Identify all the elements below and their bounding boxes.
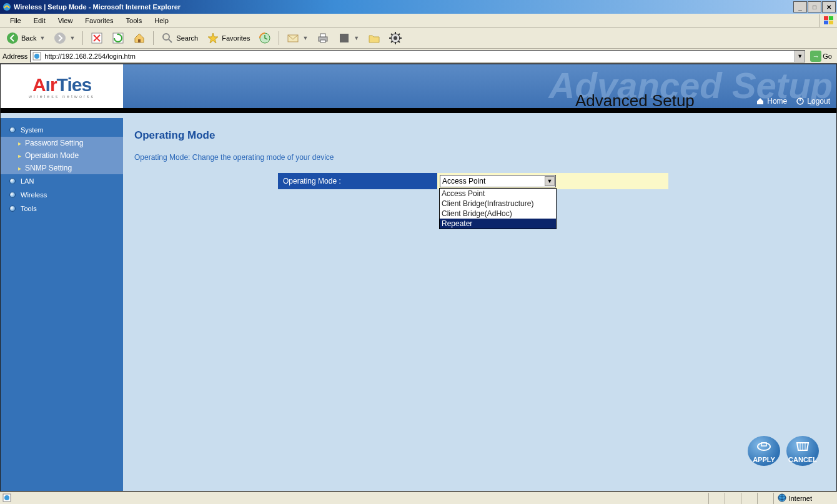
gear-icon	[389, 32, 402, 44]
option-access-point[interactable]: Access Point	[440, 189, 556, 199]
svg-rect-15	[320, 34, 325, 37]
svg-rect-33	[761, 443, 766, 446]
banner-right: Advanced Setup Home Logout	[123, 64, 836, 108]
toolbar-separator	[279, 31, 279, 45]
svg-point-0	[3, 3, 11, 11]
status-cell	[725, 493, 741, 504]
svg-line-11	[169, 39, 172, 42]
window-title: Wireless | Setup Mode - Microsoft Intern…	[14, 3, 181, 11]
sidebar-label-tools: Tools	[21, 205, 37, 212]
menu-file[interactable]: File	[4, 16, 27, 26]
logout-link[interactable]: Logout	[796, 97, 830, 106]
menu-favorites[interactable]: Favorites	[79, 16, 119, 26]
chevron-down-icon: ▼	[302, 35, 308, 41]
address-input[interactable]	[42, 52, 795, 60]
status-left	[0, 493, 11, 503]
logo: AırTies wireless networks	[1, 64, 123, 108]
sidebar-item-lan[interactable]: LAN	[1, 174, 123, 188]
cancel-button[interactable]: CANCEL	[786, 436, 819, 466]
page-title: Operating Mode	[134, 129, 825, 142]
bullet-icon	[9, 205, 16, 212]
folder-icon	[368, 32, 380, 44]
chevron-down-icon: ▼	[545, 176, 555, 186]
apply-label: APPLY	[753, 456, 775, 463]
menubar: File Edit View Favorites Tools Help	[0, 14, 837, 27]
home-button[interactable]	[131, 31, 148, 46]
sidebar-label-system: System	[21, 126, 44, 134]
statusbar: Internet	[0, 492, 837, 504]
operating-mode-select[interactable]: Access Point ▼	[440, 175, 556, 187]
bullet-icon	[9, 178, 16, 184]
chevron-down-icon: ▼	[39, 35, 45, 41]
svg-rect-1	[824, 16, 828, 20]
home-link-label: Home	[767, 97, 787, 106]
logout-link-label: Logout	[807, 97, 830, 106]
sidebar-item-wireless[interactable]: Wireless	[1, 188, 123, 202]
stop-button[interactable]	[88, 31, 106, 46]
close-window-button[interactable]: ✕	[822, 1, 836, 12]
page-banner: AırTies wireless networks Advanced Setup…	[1, 64, 836, 113]
minimize-button[interactable]: _	[793, 1, 807, 12]
maximize-button[interactable]: □	[808, 1, 821, 12]
page-icon	[2, 493, 11, 503]
option-client-bridge-infra[interactable]: Client Bridge(Infrastructure)	[440, 199, 556, 209]
arrow-icon: ▸	[18, 152, 21, 159]
go-button[interactable]: → Go	[808, 51, 835, 62]
mail-button[interactable]: ▼	[284, 31, 310, 46]
search-icon	[161, 32, 174, 44]
sidebar-item-snmp-setting[interactable]: ▸ SNMP Setting	[1, 162, 123, 174]
back-button[interactable]: Back ▼	[4, 31, 47, 46]
back-label: Back	[21, 34, 36, 42]
discuss-button[interactable]	[365, 31, 383, 46]
status-cell	[708, 493, 725, 504]
sidebar-item-tools[interactable]: Tools	[1, 202, 123, 215]
go-label: Go	[823, 52, 832, 60]
address-dropdown-button[interactable]: ▼	[795, 51, 805, 62]
arrow-icon: ▸	[18, 140, 21, 147]
sidebar-label-lan: LAN	[21, 177, 34, 185]
status-panes: Internet	[708, 493, 837, 504]
svg-point-10	[163, 34, 169, 40]
option-client-bridge-adhoc[interactable]: Client Bridge(AdHoc)	[440, 209, 556, 219]
menu-edit[interactable]: Edit	[27, 16, 52, 26]
refresh-button[interactable]	[109, 31, 127, 46]
menu-tools[interactable]: Tools	[120, 16, 149, 26]
history-button[interactable]	[256, 31, 274, 46]
status-cell	[757, 493, 773, 504]
option-repeater[interactable]: Repeater	[440, 219, 556, 229]
sidebar-submenu-system: ▸ Password Setting ▸ Operation Mode ▸ SN…	[1, 137, 123, 174]
print-button[interactable]	[314, 31, 332, 46]
form-row-operating-mode: Operating Mode : Access Point ▼ Access P…	[278, 173, 668, 189]
home-link[interactable]: Home	[756, 97, 787, 106]
apply-button[interactable]: APPLY	[748, 436, 780, 466]
svg-line-25	[399, 41, 400, 42]
forward-button[interactable]: ▼	[51, 31, 77, 46]
toolbar: Back ▼ ▼ Search Favorites ▼ ▼	[0, 27, 837, 49]
page-description: Operating Mode: Change the operating mod…	[134, 153, 825, 162]
bullet-icon	[9, 127, 16, 133]
favorites-button[interactable]: Favorites	[204, 31, 252, 46]
sidebar-label-password: Password Setting	[25, 139, 83, 147]
home-icon	[756, 97, 765, 106]
menu-view[interactable]: View	[52, 16, 79, 26]
operating-mode-dropdown: Access Point Client Bridge(Infrastructur…	[439, 188, 557, 229]
search-button[interactable]: Search	[159, 31, 201, 46]
apply-icon	[755, 440, 773, 453]
address-input-wrap[interactable]: ▼	[30, 50, 805, 62]
sidebar-label-wireless: Wireless	[21, 191, 47, 199]
gear-button[interactable]	[387, 31, 404, 46]
address-label: Address	[2, 52, 27, 60]
zone-label: Internet	[789, 495, 812, 502]
windows-logo-icon	[820, 14, 837, 27]
svg-rect-17	[340, 34, 349, 42]
svg-point-6	[54, 32, 66, 44]
menu-help[interactable]: Help	[148, 16, 175, 26]
sidebar-item-system[interactable]: System	[1, 123, 123, 137]
sidebar-item-operation-mode[interactable]: ▸ Operation Mode	[1, 149, 123, 162]
svg-rect-4	[829, 21, 833, 24]
go-arrow-icon: →	[810, 51, 821, 62]
logo-text: AırTies	[32, 74, 91, 96]
sidebar-item-password-setting[interactable]: ▸ Password Setting	[1, 137, 123, 149]
edit-button[interactable]: ▼	[335, 31, 362, 46]
ie-icon	[2, 2, 11, 11]
